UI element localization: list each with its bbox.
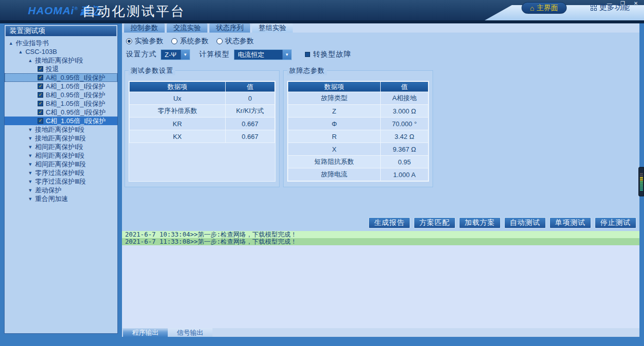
tree-item[interactable]: ▼零序过流保护Ⅲ段 bbox=[5, 177, 117, 186]
param-radio-group: 实验参数系统参数状态参数 bbox=[126, 37, 254, 46]
table-row[interactable]: KR0.667 bbox=[130, 118, 275, 130]
expanded-triangle-icon[interactable]: ▲ bbox=[28, 58, 33, 63]
level-bar bbox=[640, 185, 643, 187]
collapsed-triangle-icon[interactable]: ▼ bbox=[28, 145, 33, 150]
tree-item[interactable]: ▼相间距离保护Ⅲ段 bbox=[5, 160, 117, 168]
table-row[interactable]: Ux0 bbox=[130, 92, 275, 105]
tree-item[interactable]: ✓A相_1.05倍_Ⅰ段保护 bbox=[5, 82, 117, 91]
table-row[interactable]: X9.367 Ω bbox=[288, 143, 428, 156]
tree-item[interactable]: ✓B相_0.95倍_Ⅰ段保护 bbox=[5, 91, 117, 99]
table-row[interactable]: 故障类型A相接地 bbox=[288, 92, 428, 105]
tree-item-label: CSC-103B bbox=[25, 48, 57, 55]
button-加载方案[interactable]: 加载方案 bbox=[459, 217, 501, 228]
level-indicator-widget[interactable] bbox=[638, 167, 644, 196]
tab-控制参数[interactable]: 控制参数 bbox=[124, 23, 165, 33]
tree-item[interactable]: ▼重合闸加速 bbox=[5, 194, 117, 203]
window-controls: — ❐ ✕ bbox=[605, 1, 640, 6]
tree-item[interactable]: ▼差动保护 bbox=[5, 186, 117, 194]
param-value-cell[interactable]: 9.367 Ω bbox=[381, 143, 428, 156]
fault-params-table: 数据项值故障类型A相接地Z3.000 ΩΦ70.000 °R3.42 ΩX9.3… bbox=[287, 81, 429, 182]
table-row[interactable]: 故障电流1.000 A bbox=[288, 168, 428, 181]
table-row[interactable]: Z3.000 Ω bbox=[288, 105, 428, 118]
button-单项测试[interactable]: 单项测试 bbox=[549, 217, 591, 228]
param-value-cell[interactable]: 0.667 bbox=[225, 118, 274, 130]
table-header-cell: 值 bbox=[225, 82, 274, 92]
button-自动测试[interactable]: 自动测试 bbox=[504, 217, 546, 228]
checkbox-checked-icon[interactable]: ✓ bbox=[38, 101, 43, 106]
checkbox-checked-icon[interactable]: ✓ bbox=[38, 66, 43, 72]
tree-item[interactable]: ✓C相_0.95倍_Ⅰ段保护 bbox=[5, 108, 117, 117]
param-name-cell: X bbox=[288, 143, 381, 156]
checkbox-checked-icon[interactable]: ✓ bbox=[38, 118, 43, 124]
tree-item[interactable]: ▲作业指导书 bbox=[5, 39, 117, 47]
radio-label: 实验参数 bbox=[135, 37, 163, 46]
tab-交流实验[interactable]: 交流实验 bbox=[167, 23, 207, 33]
collapsed-triangle-icon[interactable]: ▼ bbox=[28, 179, 33, 184]
tree-item[interactable]: ▼相间距离保护Ⅰ段 bbox=[5, 142, 117, 151]
param-value-cell[interactable]: 0 bbox=[225, 92, 274, 105]
checkbox-checked-icon[interactable]: ✓ bbox=[38, 75, 43, 80]
param-value-cell[interactable]: 3.42 Ω bbox=[381, 130, 428, 143]
set-mode-dropdown[interactable]: Z-Ψ ▼ bbox=[161, 49, 190, 60]
collapsed-triangle-icon[interactable]: ▼ bbox=[28, 162, 33, 167]
program-output-log[interactable]: 2021-6-7 10:33:04>>第一步:检查网络，下载模型完成！2021-… bbox=[122, 231, 639, 328]
restore-button[interactable]: ❐ bbox=[619, 1, 627, 6]
button-停止测试[interactable]: 停止测试 bbox=[595, 217, 636, 228]
collapsed-triangle-icon[interactable]: ▼ bbox=[28, 170, 33, 176]
collapsed-triangle-icon[interactable]: ▼ bbox=[28, 196, 33, 201]
radio-状态参数[interactable]: 状态参数 bbox=[217, 37, 254, 46]
checkbox-checked-icon[interactable]: ✓ bbox=[38, 109, 43, 115]
tree-item[interactable]: ✓投退 bbox=[5, 65, 117, 73]
tab-状态序列[interactable]: 状态序列 bbox=[209, 23, 250, 33]
bottom-tab-信号输出[interactable]: 信号输出 bbox=[168, 328, 212, 337]
calc-model-dropdown[interactable]: 电流恒定 ▼ bbox=[234, 49, 292, 60]
tree-item-label: 相间距离保护Ⅱ段 bbox=[35, 151, 84, 160]
table-row[interactable]: KX0.667 bbox=[130, 130, 275, 143]
button-生成报告[interactable]: 生成报告 bbox=[369, 217, 410, 228]
param-value-cell[interactable]: 3.000 Ω bbox=[381, 105, 428, 118]
table-row[interactable]: Φ70.000 ° bbox=[288, 118, 428, 130]
expanded-triangle-icon[interactable]: ▲ bbox=[18, 49, 23, 54]
table-row[interactable]: 零序补偿系数Kr/KI方式 bbox=[130, 105, 275, 118]
radio-实验参数[interactable]: 实验参数 bbox=[126, 37, 163, 46]
tree-item-label: 重合闸加速 bbox=[35, 194, 68, 204]
tree-item[interactable]: ✓A相_0.95倍_Ⅰ段保护 bbox=[5, 73, 117, 82]
param-name-cell: KX bbox=[130, 130, 226, 143]
bottom-tab-程序输出[interactable]: 程序输出 bbox=[123, 328, 168, 337]
param-value-cell[interactable]: 1.000 A bbox=[381, 168, 428, 181]
groupbox-title: 故障态参数 bbox=[287, 66, 327, 75]
checkbox-checked-icon[interactable]: ✓ bbox=[38, 92, 43, 98]
radio-系统参数[interactable]: 系统参数 bbox=[171, 37, 208, 46]
tree-item[interactable]: ✓B相_1.05倍_Ⅰ段保护 bbox=[5, 99, 117, 108]
home-button[interactable]: ⌂ 主界面 bbox=[522, 2, 567, 14]
collapsed-triangle-icon[interactable]: ▼ bbox=[28, 127, 33, 132]
tree-item-label: 差动保护 bbox=[35, 186, 62, 195]
tree-item-label: 相间距离保护Ⅲ段 bbox=[35, 160, 86, 169]
collapsed-triangle-icon[interactable]: ▼ bbox=[28, 188, 33, 193]
param-value-cell[interactable]: Kr/KI方式 bbox=[225, 105, 274, 118]
tree-item[interactable]: ▼接地距离保护Ⅲ段 bbox=[5, 134, 117, 142]
expanded-triangle-icon[interactable]: ▲ bbox=[9, 41, 13, 46]
collapsed-triangle-icon[interactable]: ▼ bbox=[28, 136, 33, 141]
tree-item[interactable]: ▼接地距离保护Ⅱ段 bbox=[5, 125, 117, 134]
minimize-button[interactable]: — bbox=[605, 1, 614, 6]
tree-item[interactable]: ▼零序过流保护Ⅱ段 bbox=[5, 168, 117, 177]
close-button[interactable]: ✕ bbox=[632, 1, 640, 6]
param-value-cell[interactable]: 70.000 ° bbox=[381, 118, 428, 130]
tree-item[interactable]: ▼相间距离保护Ⅱ段 bbox=[5, 151, 117, 160]
tree-item[interactable]: ▲接地距离保护Ⅰ段 bbox=[5, 56, 117, 65]
param-value-cell[interactable]: 0.667 bbox=[225, 130, 274, 143]
calc-model-label: 计算模型 bbox=[199, 50, 230, 59]
action-button-row: 生成报告方案匹配加载方案自动测试单项测试停止测试 bbox=[369, 217, 636, 228]
collapsed-triangle-icon[interactable]: ▼ bbox=[28, 153, 33, 158]
tab-整组实验[interactable]: 整组实验 bbox=[252, 23, 293, 33]
param-value-cell[interactable]: A相接地 bbox=[381, 92, 428, 105]
tree-item[interactable]: ✓C相_1.05倍_Ⅰ段保护 bbox=[5, 117, 117, 125]
convert-fault-checkbox[interactable]: 转换型故障 bbox=[305, 50, 351, 59]
button-方案匹配[interactable]: 方案匹配 bbox=[414, 217, 455, 228]
table-row[interactable]: 短路阻抗系数0.95 bbox=[288, 156, 428, 168]
param-value-cell[interactable]: 0.95 bbox=[381, 156, 428, 168]
tree-item[interactable]: ▲CSC-103B bbox=[5, 47, 117, 56]
table-row[interactable]: R3.42 Ω bbox=[288, 130, 428, 143]
checkbox-checked-icon[interactable]: ✓ bbox=[38, 83, 43, 89]
